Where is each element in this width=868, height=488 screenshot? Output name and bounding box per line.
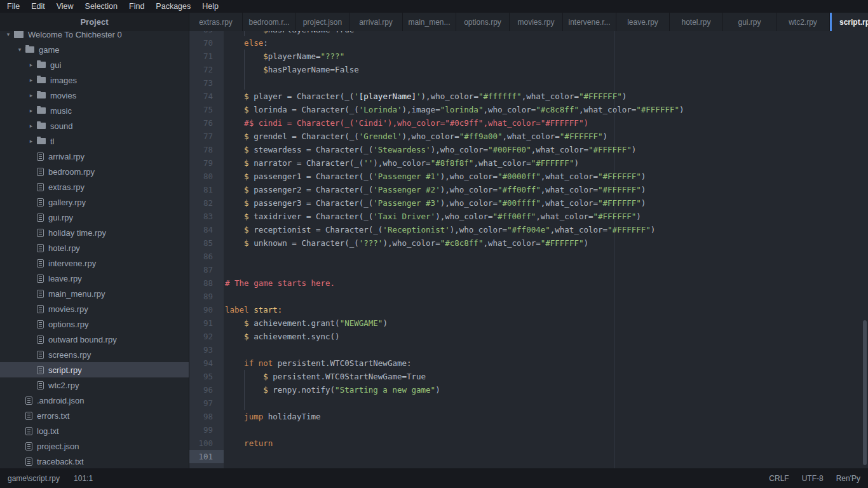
chevron-right-icon[interactable]: ▸ (27, 103, 36, 118)
menu-item-packages[interactable]: Packages (150, 1, 196, 12)
menu-item-help[interactable]: Help (196, 1, 224, 12)
tree-item-gui-rpy[interactable]: gui.rpy (0, 210, 189, 225)
code-area[interactable]: $hasPlayerName=True else: $playerName="?… (224, 31, 868, 468)
chevron-right-icon[interactable]: ▸ (27, 88, 36, 103)
code-line-101[interactable] (224, 450, 868, 463)
code-line-95[interactable]: $ persistent.WTC0StartNewGame=True (224, 370, 868, 383)
tree-item-movies-rpy[interactable]: movies.rpy (0, 301, 189, 316)
code-line-71[interactable]: $playerName="???" (224, 50, 868, 63)
tab-arrival-rpy[interactable]: arrival.rpy (349, 13, 403, 31)
code-line-77[interactable]: $ grendel = Character(_('Grendel'),who_c… (224, 130, 868, 143)
code-line-78[interactable]: $ stewardess = Character(_('Stewardess')… (224, 143, 868, 156)
tree-item-wtc2-rpy[interactable]: wtc2.rpy (0, 377, 189, 393)
editor-scrollbar-thumb[interactable] (863, 320, 867, 465)
chevron-right-icon[interactable]: ▸ (27, 118, 36, 133)
menu-item-find[interactable]: Find (123, 1, 150, 12)
menu-item-view[interactable]: View (51, 1, 79, 12)
tab-leave-rpy[interactable]: leave.rpy (616, 13, 670, 31)
chevron-right-icon[interactable]: ▸ (27, 133, 36, 149)
code-line-97[interactable] (224, 396, 868, 410)
tree-item-leave-rpy[interactable]: leave.rpy (0, 271, 189, 286)
tab-wtc2-rpy[interactable]: wtc2.rpy (776, 13, 830, 31)
tab-bedroom-r-[interactable]: bedroom.r... (243, 13, 296, 31)
tree-item-extras-rpy[interactable]: extras.rpy (0, 179, 189, 194)
tab-script-rpy[interactable]: script.rpy (830, 13, 868, 31)
code-line-90[interactable]: label start: (224, 303, 868, 316)
code-line-93[interactable] (224, 343, 868, 356)
code-line-91[interactable]: $ achievement.grant("NEWGAME") (224, 316, 868, 330)
code-line-81[interactable]: $ passenger2 = Character(_('Passenger #2… (224, 183, 868, 196)
code-line-89[interactable] (224, 290, 868, 303)
code-line-73[interactable] (224, 76, 868, 90)
tree-item-tl[interactable]: ▸tl (0, 133, 189, 149)
menu-item-file[interactable]: File (1, 1, 25, 12)
menu-item-edit[interactable]: Edit (25, 1, 51, 12)
editor-pane[interactable]: 6970717273747576777879808182838485868788… (189, 31, 868, 468)
code-line-79[interactable]: $ narrator = Character(_(''),who_color="… (224, 156, 868, 170)
indent-guide (244, 396, 245, 410)
code-line-98[interactable]: jump holidayTime (224, 410, 868, 423)
tree-item-gui[interactable]: ▸gui (0, 57, 189, 72)
menu-item-selection[interactable]: Selection (79, 1, 123, 12)
tree-item-music[interactable]: ▸music (0, 103, 189, 118)
tree-item-log-txt[interactable]: log.txt (0, 423, 189, 438)
tree-item-hotel-rpy[interactable]: hotel.rpy (0, 240, 189, 255)
code-line-70[interactable]: else: (224, 36, 868, 50)
tree-item-label: log.txt (37, 426, 59, 436)
code-line-75[interactable]: $ lorinda = Character(_('Lorinda'),image… (224, 103, 868, 116)
tree-item-holiday-time-rpy[interactable]: holiday time.rpy (0, 225, 189, 240)
line-number: 99 (189, 423, 224, 437)
tree-item-images[interactable]: ▸images (0, 72, 189, 88)
tree-item-intervene-rpy[interactable]: intervene.rpy (0, 255, 189, 271)
status-line-ending[interactable]: CRLF (769, 474, 789, 483)
chevron-right-icon[interactable]: ▸ (27, 57, 36, 72)
tab-project-json[interactable]: project.json (296, 13, 349, 31)
code-line-80[interactable]: $ passenger1 = Character(_('Passenger #1… (224, 170, 868, 183)
tab-movies-rpy[interactable]: movies.rpy (510, 13, 563, 31)
status-encoding[interactable]: UTF-8 (802, 474, 824, 483)
code-line-94[interactable]: if not persistent.WTC0StartNewGame: (224, 356, 868, 370)
tab-options-rpy[interactable]: options.rpy (456, 13, 510, 31)
code-line-99[interactable] (224, 423, 868, 437)
tab-extras-rpy[interactable]: extras.rpy (189, 13, 243, 31)
tree-item-project-json[interactable]: project.json (0, 438, 189, 454)
tree-item-script-rpy[interactable]: script.rpy (0, 362, 189, 377)
chevron-down-icon[interactable]: ▾ (4, 31, 13, 42)
code-line-92[interactable]: $ achievement.sync() (224, 330, 868, 343)
tree-item-gallery-rpy[interactable]: gallery.rpy (0, 194, 189, 210)
code-line-76[interactable]: #$ cindi = Character(_('Cindi'),who_colo… (224, 116, 868, 130)
tree-item-arrival-rpy[interactable]: arrival.rpy (0, 149, 189, 164)
tree-item-outward-bound-rpy[interactable]: outward bound.rpy (0, 332, 189, 347)
tree-item-game[interactable]: ▾game (0, 42, 189, 57)
tree-item-screens-rpy[interactable]: screens.rpy (0, 347, 189, 362)
code-line-88[interactable]: # The game starts here. (224, 276, 868, 290)
tab-intervene-r-[interactable]: intervene.r... (563, 13, 616, 31)
code-line-69[interactable]: $hasPlayerName=True (224, 31, 868, 36)
tree-item-movies[interactable]: ▸movies (0, 88, 189, 103)
code-line-83[interactable]: $ taxidriver = Character(_('Taxi Driver'… (224, 210, 868, 223)
tree-item-bedroom-rpy[interactable]: bedroom.rpy (0, 164, 189, 179)
tree-item-options-rpy[interactable]: options.rpy (0, 316, 189, 332)
code-line-87[interactable] (224, 263, 868, 276)
chevron-right-icon[interactable]: ▸ (27, 72, 36, 88)
tab-gui-rpy[interactable]: gui.rpy (723, 13, 776, 31)
code-line-82[interactable]: $ passenger3 = Character(_('Passenger #3… (224, 196, 868, 210)
code-line-84[interactable]: $ receptionist = Character(_('Receptioni… (224, 223, 868, 236)
code-line-74[interactable]: $ player = Character(_('[playerName]'),w… (224, 90, 868, 103)
tab-hotel-rpy[interactable]: hotel.rpy (670, 13, 723, 31)
chevron-down-icon[interactable]: ▾ (15, 42, 24, 57)
status-grammar[interactable]: Ren'Py (836, 474, 860, 483)
code-line-100[interactable]: return (224, 437, 868, 450)
tree-item-main-menu-rpy[interactable]: main_menu.rpy (0, 286, 189, 301)
code-line-86[interactable] (224, 250, 868, 263)
tree-item-welcome-to-chichester-0[interactable]: ▾Welcome To Chichester 0 (0, 31, 189, 42)
tree-item--android-json[interactable]: .android.json (0, 393, 189, 408)
code-line-85[interactable]: $ unknown = Character(_('???'),who_color… (224, 236, 868, 250)
tree-item-sound[interactable]: ▸sound (0, 118, 189, 133)
tab-main-men-[interactable]: main_men... (403, 13, 456, 31)
tree-item-errors-txt[interactable]: errors.txt (0, 408, 189, 423)
tree-item-traceback-txt[interactable]: traceback.txt (0, 454, 189, 468)
code-line-72[interactable]: $hasPlayerName=False (224, 63, 868, 76)
code-line-96[interactable]: $ renpy.notify("Starting a new game") (224, 383, 868, 396)
status-cursor-position[interactable]: 101:1 (74, 474, 93, 483)
